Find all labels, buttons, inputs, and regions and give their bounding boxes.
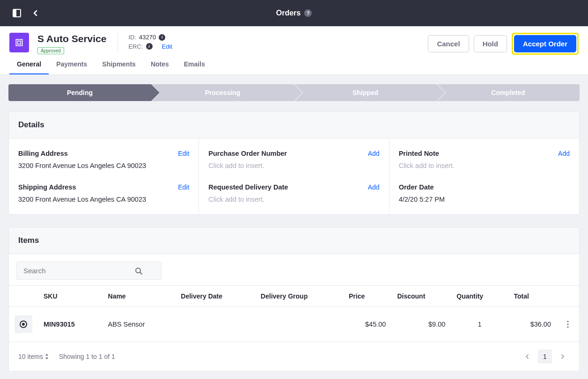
per-page-select[interactable]: 10 items: [18, 353, 49, 360]
add-note-link[interactable]: Add: [558, 150, 570, 157]
note-label: Printed Note: [399, 150, 439, 157]
shipping-label: Shipping Address: [18, 183, 76, 191]
company-logo: [9, 33, 29, 52]
svg-point-9: [567, 323, 568, 325]
item-thumb: [15, 315, 32, 333]
orderdate-value: 4/2/20 5:27 PM: [399, 196, 570, 203]
cell-delivery-date: [175, 307, 255, 342]
pager-current[interactable]: 1: [538, 350, 552, 364]
company-name: S Auto Service: [37, 33, 106, 44]
status-badge: Approved: [37, 47, 64, 54]
cell-name: ABS Sensor: [103, 307, 176, 342]
id-value: 43270: [139, 33, 156, 42]
order-header: S Auto Service Approved ID: 43270 i ERC:…: [0, 26, 588, 55]
reqdate-value: Click add to insert.: [208, 196, 379, 203]
cell-delivery-group: [255, 307, 343, 342]
add-reqdate-link[interactable]: Add: [368, 183, 380, 191]
step-shipped: Shipped: [294, 84, 437, 101]
panel-toggle-icon[interactable]: [11, 7, 22, 19]
col-total: Total: [508, 286, 557, 307]
step-processing: Processing: [151, 84, 294, 101]
tab-shipments[interactable]: Shipments: [95, 55, 143, 74]
items-card: Items SKU Name Delivery Date Delivery Gr…: [8, 227, 580, 372]
po-label: Purchase Order Number: [208, 150, 287, 157]
col-name: Name: [103, 286, 176, 307]
cell-sku: MIN93015: [38, 307, 103, 342]
tab-notes[interactable]: Notes: [143, 55, 176, 74]
help-icon[interactable]: ?: [304, 9, 312, 17]
hold-button[interactable]: Hold: [474, 35, 507, 52]
edit-billing-link[interactable]: Edit: [178, 150, 189, 157]
items-search[interactable]: [16, 262, 162, 280]
info-icon[interactable]: i: [159, 34, 165, 41]
reqdate-label: Requested Delivery Date: [208, 183, 288, 191]
tab-bar: General Payments Shipments Notes Emails: [0, 55, 588, 75]
info-icon[interactable]: i: [146, 43, 153, 50]
details-title: Details: [9, 112, 579, 138]
note-value: Click add to insert.: [399, 162, 570, 169]
row-actions-icon[interactable]: [562, 321, 573, 328]
cell-price: $45.00: [343, 307, 391, 342]
svg-point-7: [22, 323, 25, 326]
col-discount: Discount: [391, 286, 451, 307]
add-po-link[interactable]: Add: [368, 150, 380, 157]
orderdate-label: Order Date: [399, 183, 434, 191]
col-sku: SKU: [38, 286, 103, 307]
tab-emails[interactable]: Emails: [176, 55, 213, 74]
details-card: Details Billing Address Edit 3200 Front …: [8, 111, 580, 215]
po-value: Click add to insert.: [208, 162, 379, 169]
shipping-value: 3200 Front Avenue Los Angeles CA 90023: [18, 196, 189, 203]
col-delivery-date: Delivery Date: [175, 286, 255, 307]
svg-rect-2: [16, 39, 22, 45]
showing-text: Showing 1 to 1 of 1: [59, 353, 115, 360]
billing-value: 3200 Front Avenue Los Angeles CA 90023: [18, 162, 189, 169]
back-icon[interactable]: [30, 7, 41, 19]
edit-shipping-link[interactable]: Edit: [178, 183, 189, 191]
sort-icon: [45, 354, 49, 359]
tab-general[interactable]: General: [9, 55, 49, 74]
svg-point-8: [567, 321, 568, 322]
progress-steps: Pending Processing Shipped Completed: [8, 84, 580, 101]
pager-prev[interactable]: [520, 350, 534, 364]
svg-point-10: [567, 326, 568, 328]
col-delivery-group: Delivery Group: [255, 286, 343, 307]
search-input[interactable]: [23, 267, 135, 275]
cancel-button[interactable]: Cancel: [428, 35, 469, 52]
billing-label: Billing Address: [18, 150, 68, 157]
search-icon[interactable]: [135, 267, 142, 275]
svg-rect-1: [13, 9, 16, 17]
step-pending: Pending: [8, 84, 151, 101]
col-quantity: Quantity: [451, 286, 508, 307]
accept-highlight: Accept Order: [512, 33, 579, 55]
items-table: SKU Name Delivery Date Delivery Group Pr…: [9, 285, 579, 342]
erc-label: ERC:: [128, 42, 143, 51]
svg-rect-3: [18, 41, 21, 44]
table-footer: 10 items Showing 1 to 1 of 1 1: [9, 342, 579, 371]
table-row[interactable]: MIN93015 ABS Sensor $45.00 $9.00 1 $36.0…: [9, 307, 579, 342]
pager-next[interactable]: [556, 350, 570, 364]
accept-order-button[interactable]: Accept Order: [514, 35, 576, 52]
col-price: Price: [343, 286, 391, 307]
cell-quantity: 1: [451, 307, 508, 342]
svg-line-5: [140, 272, 142, 274]
page-title: Orders ?: [276, 9, 312, 17]
top-bar: Orders ?: [0, 0, 588, 26]
tab-payments[interactable]: Payments: [49, 55, 95, 74]
items-title: Items: [9, 227, 579, 254]
cell-discount: $9.00: [391, 307, 451, 342]
id-label: ID:: [128, 33, 136, 42]
step-completed: Completed: [437, 84, 580, 101]
cell-total: $36.00: [508, 307, 557, 342]
edit-erc-link[interactable]: Edit: [162, 42, 172, 51]
